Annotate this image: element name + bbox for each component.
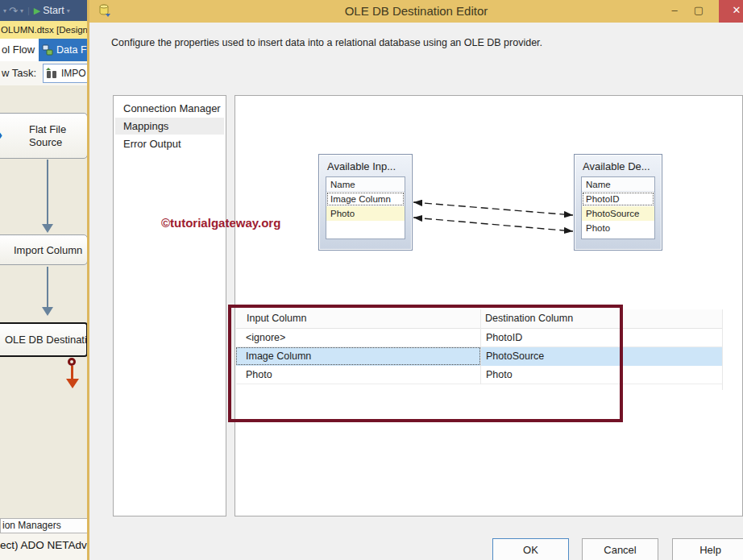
cancel-button[interactable]: Cancel: [582, 538, 658, 560]
start-debug-play-icon[interactable]: ▶: [34, 6, 40, 16]
mapping-destination-cell[interactable]: PhotoSource: [480, 347, 722, 365]
tab-data-flow-label: Data Flo: [56, 44, 89, 56]
ole-db-destination-editor-dialog: OLE DB Destination Editor – ▢ ✕ Configur…: [87, 0, 743, 560]
input-column-photo[interactable]: Photo: [326, 206, 405, 221]
destination-column-photoid[interactable]: PhotoID: [582, 192, 654, 206]
grid-column-divider: [480, 309, 481, 384]
task-icon: [46, 68, 58, 79]
tab-control-flow[interactable]: ol Flow: [2, 39, 35, 61]
vs-toolbar: ▾ ↷ ▾ | ▶ Start ▾: [0, 0, 89, 21]
mapping-input-cell[interactable]: <ignore>: [236, 329, 480, 346]
dropdown-caret-icon[interactable]: ▾: [3, 7, 6, 15]
column-name-header: Name: [326, 177, 405, 192]
nav-item-connection-manager[interactable]: Connection Manager: [115, 100, 224, 117]
flow-item-flat-file-source[interactable]: » Flat File Source: [0, 113, 88, 159]
flow-item-label: Import Column: [0, 244, 82, 256]
data-flow-icon: [42, 44, 53, 56]
grid-right-edge: [722, 309, 723, 390]
available-input-columns-title: Available Inp...: [319, 155, 412, 176]
input-column-image-column[interactable]: Image Column: [326, 192, 405, 206]
available-input-columns-box[interactable]: Available Inp... Name Image Column Photo: [318, 154, 413, 251]
error-output-arrowhead-icon: [66, 379, 79, 388]
mapping-input-cell[interactable]: Image Column: [236, 347, 480, 365]
mapping-grid-header: Input Column Destination Column: [236, 309, 722, 329]
available-destination-columns-title: Available De...: [575, 155, 662, 176]
ok-button[interactable]: OK: [492, 538, 569, 560]
minimize-button[interactable]: –: [664, 0, 685, 23]
error-output-arrow-line: [71, 366, 73, 380]
mapping-destination-cell[interactable]: PhotoID: [480, 329, 722, 346]
screenshot-root: ▾ ↷ ▾ | ▶ Start ▾ OLUMN.dtsx [Design] ol…: [0, 0, 743, 560]
flow-item-label: Flat File Source: [0, 123, 81, 149]
nav-item-mappings[interactable]: Mappings: [115, 118, 224, 135]
document-tab[interactable]: OLUMN.dtsx [Design]: [0, 21, 89, 39]
dialog-nav-panel: Connection Manager Mappings Error Output: [113, 95, 226, 516]
dialog-titlebar[interactable]: OLE DB Destination Editor – ▢ ✕: [89, 0, 743, 23]
redo-icon[interactable]: ↷: [9, 5, 18, 17]
mapping-connector-lines: [235, 96, 743, 516]
mapping-grid-row-selected[interactable]: Image Column PhotoSource: [236, 347, 722, 366]
close-button[interactable]: ✕: [719, 0, 743, 23]
flow-connector-line: [47, 160, 48, 224]
flow-connector-arrowhead-icon: [42, 224, 53, 233]
tab-data-flow[interactable]: Data Flo: [39, 39, 89, 61]
dropdown-caret-icon[interactable]: ▾: [20, 7, 23, 15]
task-combobox-value: IMPO: [61, 68, 86, 79]
mapping-grid-row[interactable]: Photo Photo: [236, 366, 722, 384]
toolbar-separator: |: [27, 6, 30, 15]
flow-item-ole-db-destination[interactable]: OLE DB Destinati: [0, 322, 88, 357]
available-destination-columns-list: Name PhotoID PhotoSource Photo: [581, 176, 655, 239]
nav-item-error-output[interactable]: Error Output: [115, 135, 224, 152]
help-button[interactable]: Help: [672, 538, 743, 560]
watermark-text: ©tutorialgateway.org: [161, 216, 280, 230]
mapping-line-image-column-photosource: [413, 202, 573, 215]
mappings-panel: Available Inp... Name Image Column Photo…: [235, 95, 743, 516]
task-selector-row: w Task: IMPO: [0, 61, 89, 85]
tab-connection-managers[interactable]: ion Managers: [0, 518, 89, 533]
designer-tab-strip: ol Flow Data Flo: [0, 39, 89, 61]
destination-column-header[interactable]: Destination Column: [485, 313, 573, 324]
task-combobox[interactable]: IMPO: [43, 64, 89, 83]
column-name-header: Name: [582, 177, 654, 192]
connection-manager-item[interactable]: ect) ADO NETAdve: [0, 533, 89, 560]
mapping-line-photo-photo: [413, 218, 573, 231]
flow-item-label: OLE DB Destinati: [0, 334, 87, 346]
flow-connector-arrowhead-icon: [42, 307, 53, 316]
input-column-header[interactable]: Input Column: [247, 313, 306, 324]
task-label: w Task:: [2, 61, 36, 85]
available-destination-columns-box[interactable]: Available De... Name PhotoID PhotoSource…: [574, 154, 662, 251]
flow-item-import-column[interactable]: Import Column: [0, 234, 88, 265]
available-input-columns-list: Name Image Column Photo: [326, 176, 405, 239]
start-debug-button[interactable]: Start: [43, 5, 64, 16]
flat-file-source-icon: »: [0, 127, 2, 143]
mapping-destination-cell[interactable]: Photo: [480, 366, 722, 384]
flow-connector-line: [47, 267, 48, 308]
destination-column-photosource[interactable]: PhotoSource: [582, 206, 654, 221]
destination-column-photo[interactable]: Photo: [582, 221, 654, 235]
dropdown-caret-icon[interactable]: ▾: [67, 7, 70, 15]
maximize-button[interactable]: ▢: [688, 0, 709, 23]
mapping-grid-row[interactable]: <ignore> PhotoID: [236, 329, 722, 347]
mapping-input-cell[interactable]: Photo: [236, 366, 480, 384]
error-output-origin-icon[interactable]: [68, 358, 76, 366]
dialog-title: OLE DB Destination Editor: [89, 0, 743, 23]
dialog-description: Configure the properties used to insert …: [111, 37, 542, 48]
